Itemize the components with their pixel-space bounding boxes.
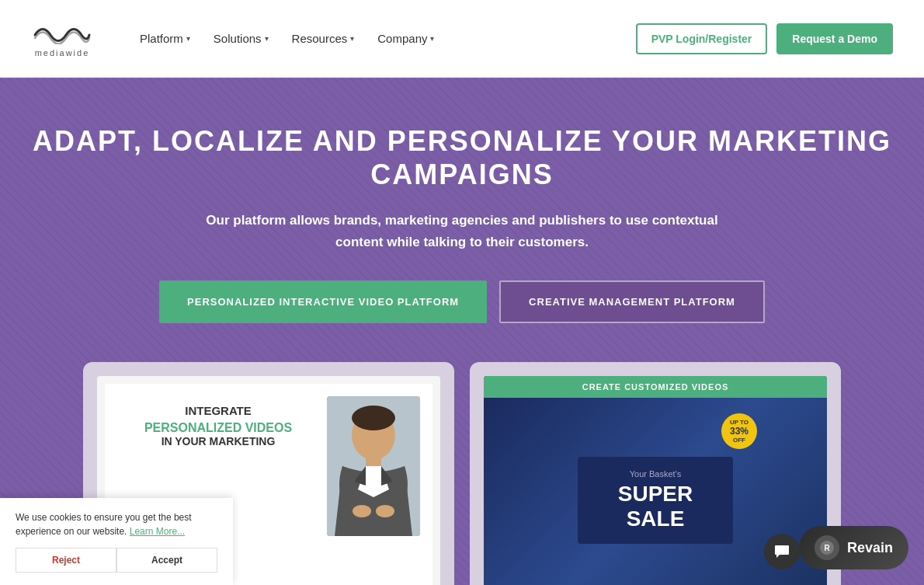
hero-subtitle: Our platform allows brands, marketing ag… bbox=[190, 210, 734, 252]
pvp-login-button[interactable]: PVP Login/Register bbox=[636, 23, 768, 54]
chat-icon bbox=[773, 543, 790, 560]
cookie-text: We use cookies to ensure you get the bes… bbox=[16, 510, 217, 538]
revain-label: Revain bbox=[847, 540, 893, 556]
nav-company[interactable]: Company ▾ bbox=[377, 32, 434, 45]
revain-icon: R bbox=[815, 535, 839, 560]
person-illustration bbox=[327, 396, 420, 536]
svg-point-5 bbox=[376, 505, 394, 517]
right-screen-header: CREATE CUSTOMIZED VIDEOS bbox=[484, 376, 827, 398]
cookie-accept-button[interactable]: Accept bbox=[116, 548, 217, 573]
main-nav: Platform ▾ Solutions ▾ Resources ▾ Compa… bbox=[140, 32, 636, 45]
sale-card: Your Basket's SUPER SALE bbox=[578, 457, 733, 544]
chat-widget-button[interactable] bbox=[764, 534, 800, 569]
cookie-learn-more-link[interactable]: Learn More... bbox=[130, 526, 185, 537]
cookie-reject-button[interactable]: Reject bbox=[16, 548, 116, 573]
svg-point-4 bbox=[353, 505, 371, 517]
chevron-down-icon: ▾ bbox=[186, 34, 190, 43]
integrate-text-block: INTEGRATE PERSONALIZED VIDEOS IN YOUR MA… bbox=[117, 396, 319, 447]
hero-buttons: PERSONALIZED INTERACTIVE VIDEO PLATFORM … bbox=[31, 280, 893, 323]
nav-platform[interactable]: Platform ▾ bbox=[140, 32, 190, 45]
nav-resources[interactable]: Resources ▾ bbox=[292, 32, 355, 45]
marketing-text: IN YOUR MARKETING bbox=[117, 435, 319, 447]
chevron-down-icon: ▾ bbox=[350, 34, 354, 43]
logo-symbol bbox=[31, 19, 93, 48]
pivp-platform-button[interactable]: PERSONALIZED INTERACTIVE VIDEO PLATFORM bbox=[159, 280, 487, 323]
hero-title: ADAPT, LOCALIZE AND PERSONALIZE YOUR MAR… bbox=[31, 124, 893, 191]
basket-label: Your Basket's bbox=[593, 469, 717, 479]
sale-text: SALE bbox=[593, 507, 717, 531]
svg-point-2 bbox=[352, 406, 395, 430]
logo-text: mediawide bbox=[35, 48, 90, 57]
revain-logo-icon: R bbox=[819, 540, 835, 555]
svg-rect-3 bbox=[366, 455, 381, 466]
personalized-videos-text: PERSONALIZED VIDEOS bbox=[117, 420, 319, 435]
chevron-down-icon: ▾ bbox=[265, 34, 269, 43]
svg-text:R: R bbox=[824, 544, 830, 552]
chevron-down-icon: ▾ bbox=[430, 34, 434, 43]
cookie-banner: We use cookies to ensure you get the bes… bbox=[0, 498, 233, 585]
discount-badge: UP TO 33% OFF bbox=[721, 413, 757, 449]
request-demo-button[interactable]: Request a Demo bbox=[776, 23, 893, 54]
cookie-buttons: Reject Accept bbox=[16, 548, 217, 573]
super-text: SUPER bbox=[593, 482, 717, 507]
revain-widget[interactable]: R Revain bbox=[799, 526, 908, 569]
integrate-line1: INTEGRATE bbox=[117, 404, 319, 417]
cmp-platform-button[interactable]: CREATIVE MANAGEMENT PLATFORM bbox=[499, 280, 765, 323]
logo[interactable]: mediawide bbox=[31, 19, 93, 57]
header: mediawide Platform ▾ Solutions ▾ Resourc… bbox=[0, 0, 924, 78]
nav-solutions[interactable]: Solutions ▾ bbox=[214, 32, 269, 45]
header-buttons: PVP Login/Register Request a Demo bbox=[636, 23, 893, 54]
